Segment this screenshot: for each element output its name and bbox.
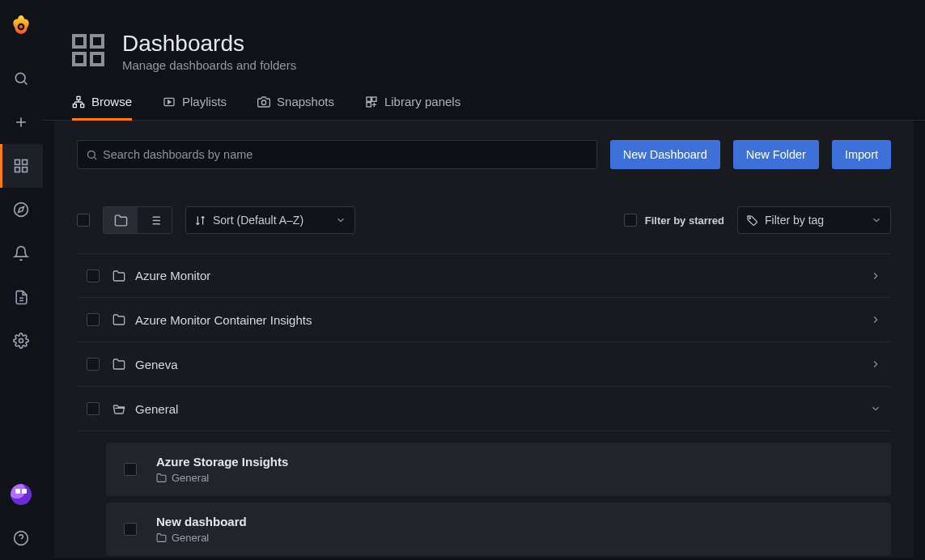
folder-row[interactable]: Azure Monitor xyxy=(77,253,891,298)
side-nav xyxy=(0,0,43,560)
row-checkbox[interactable] xyxy=(87,269,100,282)
tab-playlists[interactable]: Playlists xyxy=(163,95,227,121)
folder-row[interactable]: Geneva xyxy=(77,342,891,387)
nav-profile[interactable] xyxy=(0,473,43,516)
tab-label: Browse xyxy=(91,95,132,108)
filter-starred-checkbox[interactable] xyxy=(624,214,637,227)
row-checkbox[interactable] xyxy=(87,402,100,415)
row-checkbox[interactable] xyxy=(124,463,137,476)
folder-icon xyxy=(112,358,125,371)
svg-rect-6 xyxy=(15,160,20,165)
row-checkbox[interactable] xyxy=(87,358,100,371)
svg-rect-20 xyxy=(91,53,103,65)
import-button[interactable]: Import xyxy=(832,140,891,169)
view-toggle xyxy=(103,206,172,234)
nav-dashboards[interactable] xyxy=(0,144,43,188)
chevron-right-icon xyxy=(870,314,881,325)
svg-rect-21 xyxy=(77,96,80,100)
svg-rect-23 xyxy=(81,104,84,107)
row-checkbox[interactable] xyxy=(87,313,100,326)
svg-rect-19 xyxy=(74,53,85,65)
folder-icon xyxy=(156,532,167,543)
dashboard-folder: General xyxy=(172,472,209,484)
folder-row[interactable]: Azure Monitor Container Insights xyxy=(77,298,891,342)
svg-rect-18 xyxy=(91,36,103,47)
tab-snapshots[interactable]: Snapshots xyxy=(257,95,334,121)
folder-icon xyxy=(114,214,128,227)
list-icon xyxy=(148,214,162,227)
sitemap-icon xyxy=(72,95,85,108)
svg-rect-28 xyxy=(372,97,376,101)
svg-point-38 xyxy=(749,217,751,218)
folder-label: Azure Monitor xyxy=(135,269,210,282)
search-field-wrap[interactable] xyxy=(77,140,597,169)
filter-starred-toggle[interactable]: Filter by starred xyxy=(624,214,724,227)
tab-library-panels[interactable]: Library panels xyxy=(365,95,460,121)
filter-tag-label: Filter by tag xyxy=(765,214,824,227)
chevron-right-icon xyxy=(870,358,881,370)
page-header: Dashboards Manage dashboards and folders xyxy=(43,0,925,72)
view-folders-button[interactable] xyxy=(104,207,138,233)
tab-browse[interactable]: Browse xyxy=(72,95,132,121)
select-all-checkbox[interactable] xyxy=(77,214,90,227)
svg-line-3 xyxy=(24,82,28,85)
folder-row[interactable]: General xyxy=(77,387,891,431)
svg-rect-8 xyxy=(15,168,20,172)
browse-panel: New Dashboard New Folder Import Sort (De… xyxy=(54,121,914,558)
folder-icon xyxy=(156,473,167,483)
nav-reports[interactable] xyxy=(0,275,43,319)
toolbar: New Dashboard New Folder Import xyxy=(77,140,891,169)
sort-icon xyxy=(194,214,206,227)
folder-children: Azure Storage Insights General New dashb… xyxy=(77,443,891,556)
dashboard-title: Azure Storage Insights xyxy=(156,455,288,469)
dashboard-title: New dashboard xyxy=(156,515,247,528)
sort-select[interactable]: Sort (Default A–Z) xyxy=(185,206,355,234)
svg-point-14 xyxy=(19,339,23,343)
new-dashboard-button[interactable]: New Dashboard xyxy=(610,140,720,169)
camera-icon xyxy=(257,95,270,108)
folder-icon xyxy=(112,269,125,282)
nav-explore[interactable] xyxy=(0,188,43,231)
new-folder-button[interactable]: New Folder xyxy=(733,140,819,169)
play-icon xyxy=(163,95,176,108)
chevron-down-icon xyxy=(871,214,882,226)
page-title: Dashboards xyxy=(122,31,296,57)
dashboard-folder: General xyxy=(172,532,209,544)
dashboard-row[interactable]: Azure Storage Insights General xyxy=(106,443,891,496)
svg-point-2 xyxy=(15,73,25,83)
view-list-button[interactable] xyxy=(138,207,172,233)
row-checkbox[interactable] xyxy=(124,523,137,536)
svg-point-1 xyxy=(19,25,23,28)
search-input[interactable] xyxy=(103,148,588,161)
main-content: Dashboards Manage dashboards and folders… xyxy=(43,0,925,560)
svg-rect-27 xyxy=(367,97,371,101)
sort-label: Sort (Default A–Z) xyxy=(213,214,303,227)
svg-point-10 xyxy=(15,203,28,217)
filter-tag-select[interactable]: Filter by tag xyxy=(737,206,891,234)
nav-create[interactable] xyxy=(0,100,43,144)
tag-icon xyxy=(746,214,758,227)
tab-label: Snapshots xyxy=(277,95,334,108)
nav-configuration[interactable] xyxy=(0,319,43,363)
nav-help[interactable] xyxy=(0,516,43,560)
svg-point-26 xyxy=(261,100,265,104)
search-icon xyxy=(86,149,98,161)
grafana-logo[interactable] xyxy=(0,10,43,42)
svg-rect-7 xyxy=(23,160,28,165)
dashboard-row[interactable]: New dashboard General xyxy=(106,503,891,556)
folder-label: Geneva xyxy=(135,358,178,371)
library-icon xyxy=(365,95,378,108)
svg-point-30 xyxy=(88,151,95,158)
folder-icon xyxy=(112,313,125,326)
svg-rect-22 xyxy=(73,104,76,107)
svg-marker-11 xyxy=(19,207,24,213)
tab-label: Playlists xyxy=(182,95,227,108)
nav-alerting[interactable] xyxy=(0,231,43,275)
dashboard-list: Azure Monitor Azure Monitor Container In… xyxy=(77,253,891,556)
nav-search[interactable] xyxy=(0,57,43,100)
avatar xyxy=(11,484,32,505)
filter-starred-label: Filter by starred xyxy=(645,214,724,227)
chevron-down-icon xyxy=(870,403,881,414)
tab-label: Library panels xyxy=(384,95,460,108)
filter-row: Sort (Default A–Z) Filter by starred Fil… xyxy=(77,206,891,234)
